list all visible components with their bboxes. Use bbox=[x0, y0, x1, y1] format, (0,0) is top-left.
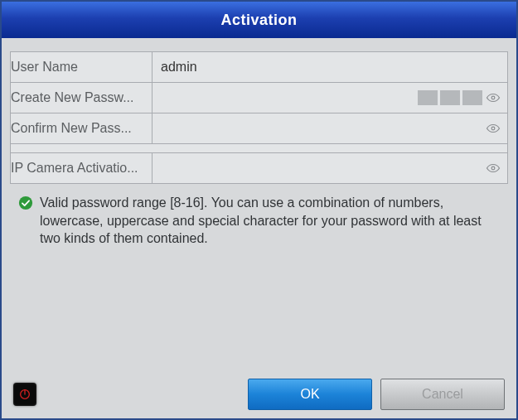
title-bar: Activation bbox=[2, 2, 516, 38]
eye-icon[interactable] bbox=[486, 90, 501, 105]
power-button[interactable] bbox=[13, 383, 36, 406]
label-username: User Name bbox=[11, 52, 152, 83]
svg-point-2 bbox=[491, 167, 495, 170]
password-hint-text: Valid password range [8-16]. You can use… bbox=[40, 194, 500, 248]
input-username[interactable] bbox=[152, 52, 507, 82]
dialog-footer: OK Cancel bbox=[2, 370, 516, 418]
ok-button-label: OK bbox=[300, 387, 319, 402]
cancel-button[interactable]: Cancel bbox=[380, 379, 505, 410]
label-create-password: Create New Passw... bbox=[11, 83, 152, 113]
form-row-confirm-password: Confirm New Pass... bbox=[11, 113, 508, 144]
check-circle-icon bbox=[18, 196, 33, 210]
svg-point-0 bbox=[491, 96, 495, 99]
power-icon bbox=[18, 388, 31, 401]
password-strength-meter bbox=[418, 90, 482, 105]
dialog-title: Activation bbox=[220, 12, 297, 29]
form-row-username: User Name bbox=[11, 52, 508, 83]
activation-form: User Name Create New Passw... bbox=[10, 51, 508, 184]
cancel-button-label: Cancel bbox=[422, 387, 463, 402]
eye-icon[interactable] bbox=[486, 161, 501, 176]
ok-button[interactable]: OK bbox=[248, 379, 372, 410]
svg-point-3 bbox=[19, 196, 32, 210]
password-hint: Valid password range [8-16]. You can use… bbox=[10, 184, 508, 248]
eye-icon[interactable] bbox=[486, 121, 501, 136]
input-ip-camera-activation[interactable] bbox=[152, 153, 507, 183]
form-row-ip-camera-activation: IP Camera Activatio... bbox=[11, 153, 508, 184]
activation-dialog: Activation User Name Create New Passw... bbox=[0, 0, 518, 420]
form-row-create-password: Create New Passw... bbox=[11, 83, 508, 113]
dialog-body: User Name Create New Passw... bbox=[2, 38, 516, 370]
input-confirm-password[interactable] bbox=[152, 113, 507, 143]
label-ip-camera-activation: IP Camera Activatio... bbox=[11, 153, 152, 184]
label-confirm-password: Confirm New Pass... bbox=[11, 113, 152, 144]
svg-point-1 bbox=[491, 127, 495, 130]
